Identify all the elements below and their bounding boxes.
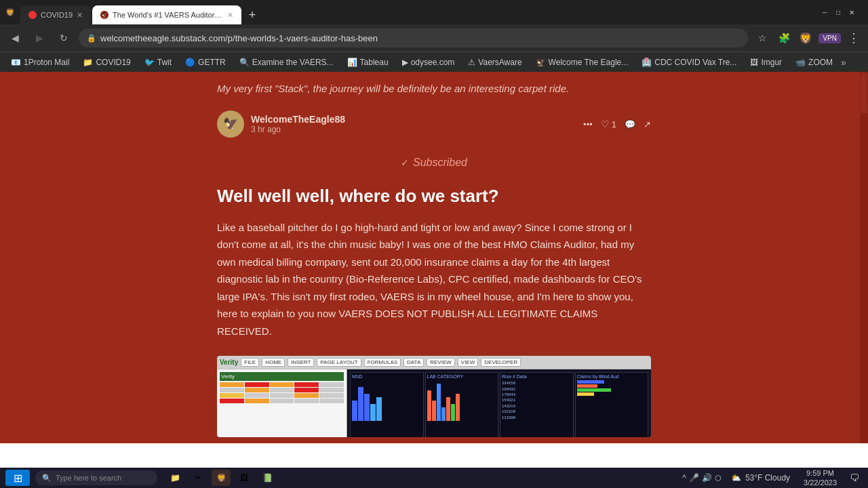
bookmark-label: COVID19: [96, 58, 130, 67]
notification-center-button[interactable]: 🗨: [846, 470, 863, 486]
address-bar[interactable]: 🔒 welcometheeagle.substack.com/p/the-wor…: [79, 28, 748, 47]
tableau-icon: 📊: [347, 58, 357, 67]
bookmark-button[interactable]: ☆: [753, 29, 771, 47]
article-heading: Well well well, where do we start?: [217, 177, 651, 219]
author-info: WelcomeTheEagle88 3 hr ago: [251, 114, 576, 134]
search-placeholder-text: Type here to search: [56, 474, 121, 482]
tab-close-active[interactable]: ✕: [227, 11, 233, 20]
more-options-button[interactable]: •••: [583, 119, 593, 129]
home-tab: HOME: [262, 358, 285, 367]
bookmark-label: Examine the VAERS...: [252, 58, 334, 67]
taskbar-pinned-icons: 📁 ✂ 🦁 🖼 📗: [165, 470, 277, 486]
bookmark-zoom[interactable]: 📹 ZOOM: [790, 56, 838, 68]
bookmark-twitter[interactable]: 🐦 Twit: [139, 56, 177, 68]
taskbar-search[interactable]: 🔍 Type here to search: [35, 470, 157, 485]
network-icon[interactable]: ⬡: [715, 474, 722, 483]
bookmark-imgur[interactable]: 🖼 Imgur: [745, 56, 787, 68]
scissors-icon[interactable]: ✂: [189, 470, 208, 486]
avatar: 🦅: [217, 110, 244, 138]
odysee-icon: ▶: [402, 58, 408, 67]
url-text: welcometheeagle.substack.com/p/the-world…: [100, 33, 378, 43]
lock-icon: 🔒: [87, 34, 96, 43]
vpn-badge[interactable]: VPN: [818, 33, 841, 43]
tab-favicon-active: 🦅: [100, 11, 108, 19]
ss-panel-2: LAB CATEGORY: [425, 372, 499, 437]
system-clock[interactable]: 9:59 PM 3/22/2023: [800, 468, 841, 488]
more-bookmarks-button[interactable]: »: [841, 57, 846, 68]
proton-mail-icon: 📧: [11, 58, 21, 67]
like-button[interactable]: ♡ 1: [601, 119, 616, 129]
brave-shield-button[interactable]: 🦁: [797, 29, 814, 47]
green-app-icon[interactable]: 📗: [258, 470, 277, 486]
new-tab-button[interactable]: +: [243, 5, 262, 24]
tab-close-1[interactable]: ✕: [77, 11, 83, 20]
weather-widget[interactable]: ⛅ 53°F Cloudy: [727, 473, 794, 483]
ss-panel-4: Claims by Blind Aud: [575, 372, 649, 437]
subscribed-label: Subscribed: [413, 157, 467, 169]
file-explorer-img: 📁: [169, 472, 181, 484]
start-button[interactable]: ⊞: [5, 470, 30, 486]
tab-favicon-1: [28, 11, 37, 19]
brave-taskbar-icon[interactable]: 🦁: [212, 470, 231, 486]
tab-label-inactive: COVID19: [41, 11, 73, 19]
eagle-icon: 🦅: [536, 58, 546, 67]
bookmark-tableau[interactable]: 📊 Tableau: [342, 56, 394, 68]
post-teaser: My very first "Stack", the journey will …: [217, 83, 651, 105]
file-explorer-icon[interactable]: 📁: [165, 470, 184, 486]
forward-button[interactable]: ▶: [30, 28, 49, 47]
article-body: Like a baseball pitcher do I go high-har…: [217, 219, 651, 351]
page-layout-tab: PAGE LAYOUT: [317, 358, 361, 367]
close-button[interactable]: ✕: [846, 7, 857, 18]
developer-tab: DEVELOPER: [481, 358, 521, 367]
bookmark-examine-vaers[interactable]: 🔍 Examine the VAERS...: [234, 56, 339, 68]
back-button[interactable]: ◀: [5, 28, 24, 47]
title-bar: 🦁 COVID19 ✕ 🦅 The World's #1 VAERS Audit…: [0, 0, 868, 24]
tab-active[interactable]: 🦅 The World's #1 VAERS Auditor Has Been.…: [92, 5, 241, 24]
system-tray: ^ 🎤 🔊 ⬡ ⛅ 53°F Cloudy 9:59 PM 3/22/2023 …: [682, 468, 863, 488]
photos-img: 🖼: [238, 472, 250, 484]
bookmark-cdc-covid[interactable]: 🏥 CDC COVID Vax Tre...: [636, 56, 742, 68]
bookmark-gettr[interactable]: 🔵 GETTR: [180, 56, 231, 68]
tab-inactive-1[interactable]: COVID19 ✕: [20, 5, 91, 24]
bookmark-welcome-eagle[interactable]: 🦅 Welcome The Eagle...: [530, 56, 634, 68]
ss-panel-3: Row # Data 234156 198432 176543 154321 1…: [500, 372, 574, 437]
bookmark-covid19[interactable]: 📁 COVID19: [77, 56, 136, 68]
author-time: 3 hr ago: [251, 125, 576, 134]
browser-chrome: 🦁 COVID19 ✕ 🦅 The World's #1 VAERS Audit…: [0, 0, 868, 72]
more-menu-button[interactable]: ⋮: [845, 29, 863, 47]
ss-header: Verity: [220, 372, 344, 381]
author-row: 🦅 WelcomeTheEagle88 3 hr ago ••• ♡ 1 💬 ↗: [217, 105, 651, 148]
clock-date: 3/22/2023: [804, 478, 837, 487]
bookmark-label: odysee.com: [411, 58, 455, 67]
file-tab: FILE: [241, 358, 259, 367]
spreadsheet-toolbar: Verity FILE HOME INSERT PAGE LAYOUT FORM…: [217, 356, 651, 369]
volume-icon[interactable]: 🔊: [702, 473, 712, 483]
twitter-icon: 🐦: [144, 58, 155, 67]
scroll-bar[interactable]: [860, 72, 868, 443]
refresh-button[interactable]: ↻: [54, 28, 73, 47]
extensions-button[interactable]: 🧩: [775, 29, 793, 47]
photos-icon[interactable]: 🖼: [235, 470, 254, 486]
gettr-icon: 🔵: [185, 58, 195, 67]
share-button[interactable]: ↗: [644, 119, 651, 129]
author-name[interactable]: WelcomeTheEagle88: [251, 114, 576, 125]
cdc-icon: 🏥: [642, 58, 652, 67]
bookmark-odysee[interactable]: ▶ odysee.com: [397, 56, 460, 68]
mic-icon[interactable]: 🎤: [689, 473, 699, 483]
bookmark-label: Welcome The Eagle...: [549, 58, 629, 67]
maximize-button[interactable]: □: [833, 7, 844, 18]
bookmark-proton-mail[interactable]: 📧 1Proton Mail: [5, 56, 75, 68]
weather-icon: ⛅: [731, 473, 741, 483]
bookmark-vaers-aware[interactable]: ⚠ VaersAware: [462, 56, 527, 68]
bookmark-label: Imgur: [761, 58, 782, 67]
ss-left-panel: Verity: [217, 369, 347, 437]
taskbar: ⊞ 🔍 Type here to search 📁 ✂ 🦁 🖼 📗 ^ 🎤 🔊 …: [0, 468, 868, 488]
comment-button[interactable]: 💬: [625, 119, 635, 129]
share-icon: ↗: [644, 119, 651, 129]
scroll-thumb[interactable]: [861, 73, 867, 113]
like-count: 1: [612, 119, 616, 129]
tray-chevron[interactable]: ^: [682, 473, 686, 483]
minimize-button[interactable]: ─: [819, 7, 830, 18]
bookmark-label: Twit: [157, 58, 172, 67]
bookmark-label: ZOOM: [808, 58, 833, 67]
